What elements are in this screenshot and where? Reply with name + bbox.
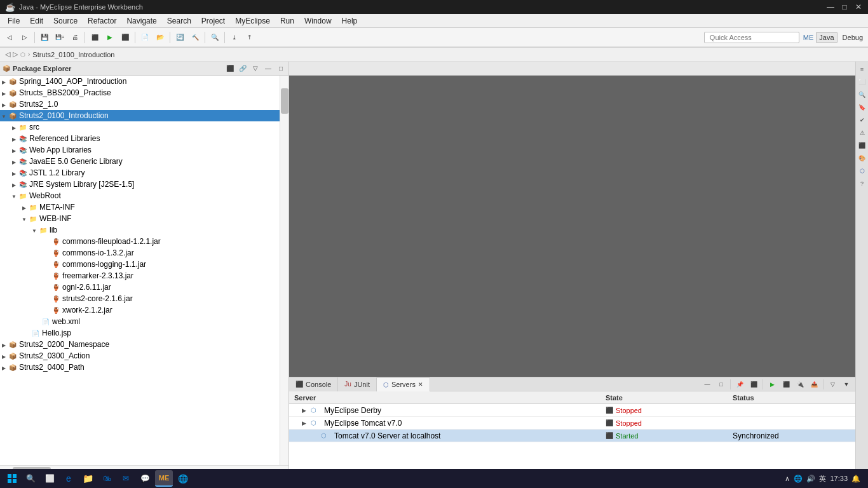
- expand-arrow[interactable]: [10, 156, 18, 167]
- tree-item-meta-inf[interactable]: 📁META-INF: [0, 201, 280, 213]
- minimize-button[interactable]: —: [826, 3, 835, 11]
- scroll-thumb[interactable]: [281, 88, 288, 114]
- breadcrumb-project[interactable]: Struts2_0100_Introduction: [32, 51, 114, 58]
- taskbar-edge[interactable]: e: [60, 470, 78, 487]
- server-row-derby[interactable]: ▶ ⬡ MyEclipse Derby ⬛ Stopped: [289, 404, 855, 417]
- server-row-tomcat-v7[interactable]: ▶ ⬡ MyEclipse Tomcat v7.0 ⬛ Stopped: [289, 417, 855, 430]
- expand-arrow[interactable]: [0, 110, 8, 121]
- tree-item-jstl[interactable]: 📚JSTL 1.2 Library: [0, 167, 280, 179]
- print-button[interactable]: 🖨: [68, 30, 82, 44]
- server-row-tomcat-localhost[interactable]: ▶ ⬡ Tomcat v7.0 Server at localhost ⬛ St…: [289, 430, 855, 442]
- tab-servers[interactable]: ⬡ Servers ✕: [377, 377, 430, 391]
- debug-button[interactable]: ⬛: [88, 30, 102, 44]
- menu-window[interactable]: Window: [299, 15, 337, 27]
- java-perspective-btn[interactable]: Java: [816, 32, 837, 43]
- tree-item-hello.jsp[interactable]: 📄Hello.jsp: [0, 327, 280, 339]
- expand-arrow[interactable]: [0, 87, 8, 98]
- sidebar-icon-console[interactable]: ⬛: [857, 140, 867, 151]
- link-editor-button[interactable]: 🔗: [238, 64, 248, 74]
- minimize-panel-button[interactable]: —: [263, 64, 273, 74]
- menu-source[interactable]: Source: [48, 15, 83, 27]
- expand-arrow[interactable]: [0, 76, 8, 87]
- editor-area[interactable]: [289, 62, 855, 377]
- expand-arrow[interactable]: [10, 179, 18, 190]
- btm-debug-btn[interactable]: ⬛: [780, 378, 792, 391]
- tree-item-web.xml[interactable]: 📄web.xml: [0, 316, 280, 327]
- menu-run[interactable]: Run: [275, 15, 299, 27]
- tree-item-spring[interactable]: 📦Spring_1400_AOP_Introduction: [0, 76, 280, 87]
- run-button[interactable]: ▶: [103, 30, 117, 44]
- save-all-button[interactable]: 💾+: [53, 30, 67, 44]
- btm-disconnect-btn[interactable]: 🔌: [794, 378, 806, 391]
- btm-filter-btn[interactable]: ▽: [826, 378, 839, 391]
- prev-annot-button[interactable]: ⤒: [243, 30, 257, 44]
- open-button[interactable]: 📂: [153, 30, 167, 44]
- tree-item-ognl[interactable]: 🏺ognl-2.6.11.jar: [0, 281, 280, 293]
- tab-servers-close[interactable]: ✕: [418, 381, 423, 388]
- expand-arrow[interactable]: [0, 362, 8, 373]
- btm-minimize-btn[interactable]: —: [701, 378, 714, 391]
- menu-refactor[interactable]: Refactor: [83, 15, 121, 27]
- maximize-panel-button[interactable]: □: [276, 64, 286, 74]
- breadcrumb-nav-right[interactable]: ▷: [13, 50, 18, 58]
- menu-search[interactable]: Search: [162, 15, 196, 27]
- tab-console[interactable]: ⬛ Console: [289, 377, 338, 391]
- tree-item-lib[interactable]: 📁lib: [0, 224, 280, 236]
- tree-item-xwork[interactable]: 🏺xwork-2.1.2.jar: [0, 304, 280, 316]
- derby-expand-arrow[interactable]: ▶: [302, 407, 311, 414]
- btm-viewmenu-btn[interactable]: ▼: [840, 378, 853, 391]
- tray-notification[interactable]: 🔔: [851, 475, 860, 483]
- menu-help[interactable]: Help: [337, 15, 363, 27]
- menu-edit[interactable]: Edit: [25, 15, 48, 27]
- tree-item-struts2_0400[interactable]: 📦Struts2_0400_Path: [0, 362, 280, 373]
- taskbar-taskview[interactable]: ⬜: [41, 470, 58, 487]
- menu-file[interactable]: File: [3, 15, 25, 27]
- tree-item-struts2_0200[interactable]: 📦Struts2_0200_Namespace: [0, 339, 280, 350]
- forward-button[interactable]: ▷: [18, 30, 32, 44]
- sidebar-icon-problem[interactable]: ⚠: [857, 128, 867, 138]
- sidebar-icon-bookmark[interactable]: 🔖: [857, 102, 867, 112]
- expand-arrow[interactable]: [10, 133, 18, 144]
- menu-navigate[interactable]: Navigate: [121, 15, 161, 27]
- save-button[interactable]: 💾: [37, 30, 51, 44]
- taskbar-search[interactable]: 🔍: [22, 470, 39, 487]
- taskbar-explorer[interactable]: 📁: [79, 470, 97, 487]
- close-button[interactable]: ✕: [854, 3, 863, 11]
- refresh-button[interactable]: 🔄: [173, 30, 187, 44]
- sidebar-icon-list[interactable]: ≡: [857, 64, 867, 74]
- tray-up-arrow[interactable]: ∧: [785, 475, 790, 483]
- tree-item-freemarker[interactable]: 🏺freemarker-2.3.13.jar: [0, 270, 280, 281]
- tree-item-struts2[interactable]: 📦Struts2_1.0: [0, 98, 280, 110]
- search-toolbar-button[interactable]: 🔍: [208, 30, 222, 44]
- tree-item-jre[interactable]: 📚JRE System Library [J2SE-1.5]: [0, 179, 280, 190]
- quick-access-input[interactable]: [704, 32, 799, 43]
- btm-pin-btn[interactable]: 📌: [733, 378, 746, 391]
- btm-run-btn[interactable]: ▶: [766, 378, 778, 391]
- build-button[interactable]: 🔨: [188, 30, 202, 44]
- tree-item-webroot[interactable]: 📁WebRoot: [0, 190, 280, 201]
- menu-project[interactable]: Project: [196, 15, 230, 27]
- tree-item-commons-fileupload[interactable]: 🏺commons-fileupload-1.2.1.jar: [0, 236, 280, 247]
- sidebar-icon-search[interactable]: 🔍: [857, 90, 867, 100]
- expand-arrow[interactable]: [20, 213, 28, 224]
- breadcrumb-nav-left[interactable]: ◁: [5, 50, 10, 58]
- tree-item-javaee[interactable]: 📚JavaEE 5.0 Generic Library: [0, 156, 280, 167]
- tomcat-localhost-expand-arrow[interactable]: ▶: [312, 433, 321, 439]
- expand-arrow[interactable]: [0, 350, 8, 362]
- expand-arrow[interactable]: [0, 98, 8, 110]
- tree-item-reflibs[interactable]: 📚Referenced Libraries: [0, 133, 280, 144]
- taskbar-myeclipse[interactable]: ME: [155, 470, 173, 487]
- package-explorer-scroll[interactable]: 📦Spring_1400_AOP_Introduction📦Structs_BB…: [0, 76, 280, 465]
- expand-arrow[interactable]: [20, 201, 28, 213]
- tree-item-commons-io[interactable]: 🏺commons-io-1.3.2.jar: [0, 247, 280, 259]
- sidebar-icon-server[interactable]: ⬡: [857, 166, 867, 176]
- new-button[interactable]: 📄: [138, 30, 152, 44]
- sidebar-icon-panel[interactable]: ⬜: [857, 77, 867, 87]
- tree-item-src[interactable]: 📁src: [0, 121, 280, 133]
- next-annot-button[interactable]: ⤓: [227, 30, 241, 44]
- taskbar-mail[interactable]: ✉: [117, 470, 135, 487]
- expand-arrow[interactable]: [10, 144, 18, 156]
- expand-arrow[interactable]: [0, 339, 8, 350]
- tree-item-webapplibs[interactable]: 📚Web App Libraries: [0, 144, 280, 156]
- sidebar-icon-palette[interactable]: 🎨: [857, 153, 867, 163]
